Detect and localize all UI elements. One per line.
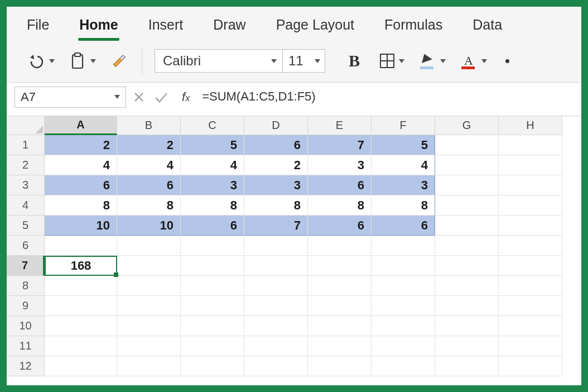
cell-G3[interactable] [435,175,499,195]
cell-D4[interactable]: 8 [244,195,308,216]
row-header-6[interactable]: 6 [7,236,45,256]
col-header-E[interactable]: E [308,116,372,135]
cell-A8[interactable] [45,276,117,296]
cell-C3[interactable]: 3 [181,175,244,195]
row-header-9[interactable]: 9 [7,296,45,316]
cell-C12[interactable] [181,356,244,376]
font-name-select[interactable]: Calibri [155,49,283,73]
cell-F7[interactable] [372,256,435,276]
row-header-1[interactable]: 1 [7,135,45,155]
cell-F1[interactable]: 5 [372,135,435,155]
cell-G9[interactable] [435,296,499,316]
bold-button[interactable]: B [346,49,362,73]
cell-F6[interactable] [372,236,435,256]
cell-F2[interactable]: 4 [372,155,435,175]
fx-icon[interactable]: fx [182,90,190,104]
tab-data[interactable]: Data [471,15,503,35]
col-header-C[interactable]: C [181,116,244,135]
cell-H5[interactable] [499,216,562,236]
cell-F10[interactable] [372,316,435,336]
cell-A7[interactable]: 168 [45,256,117,276]
cell-H4[interactable] [499,195,562,216]
more-icon[interactable]: • [499,52,510,70]
cell-D5[interactable]: 7 [244,216,308,236]
row-header-2[interactable]: 2 [7,155,45,175]
cell-A12[interactable] [45,356,117,376]
format-painter-button[interactable] [108,50,129,71]
cell-B7[interactable] [117,256,181,276]
cell-H11[interactable] [499,336,562,356]
row-header-5[interactable]: 5 [7,216,45,236]
cell-D6[interactable] [244,236,308,256]
col-header-D[interactable]: D [244,116,308,135]
cell-F11[interactable] [372,336,435,356]
cell-A10[interactable] [45,316,117,336]
cell-G11[interactable] [435,336,499,356]
tab-insert[interactable]: Insert [147,15,185,35]
cell-E8[interactable] [308,276,372,296]
row-header-3[interactable]: 3 [7,175,45,195]
row-header-8[interactable]: 8 [7,276,45,296]
cell-C9[interactable] [181,296,244,316]
cell-C4[interactable]: 8 [181,195,244,216]
cell-B2[interactable]: 4 [117,155,181,175]
cell-H6[interactable] [499,236,562,256]
cell-B8[interactable] [117,276,181,296]
tab-file[interactable]: File [26,15,50,35]
cell-F9[interactable] [372,296,435,316]
row-header-10[interactable]: 10 [7,316,45,336]
cell-E10[interactable] [308,316,372,336]
cell-E1[interactable]: 7 [308,135,372,155]
cell-B12[interactable] [117,356,181,376]
cell-C2[interactable]: 4 [181,155,244,175]
cell-A9[interactable] [45,296,117,316]
cell-B4[interactable]: 8 [117,195,181,216]
cell-F12[interactable] [372,356,435,376]
cell-B6[interactable] [117,236,181,256]
cell-F5[interactable]: 6 [372,216,435,236]
cell-A3[interactable]: 6 [45,175,117,195]
cell-E7[interactable] [308,256,372,276]
cell-A1[interactable]: 2 [45,135,117,155]
col-header-G[interactable]: G [435,116,499,135]
tab-page-layout[interactable]: Page Layout [275,15,355,35]
cell-B3[interactable]: 6 [117,175,181,195]
cell-E3[interactable]: 6 [308,175,372,195]
cell-A2[interactable]: 4 [45,155,117,175]
cell-D12[interactable] [244,356,308,376]
borders-button[interactable] [378,51,407,70]
name-box[interactable]: A7 [15,87,126,108]
cell-H2[interactable] [499,155,562,175]
row-header-12[interactable]: 12 [7,356,45,376]
cell-A11[interactable] [45,336,117,356]
cell-H9[interactable] [499,296,562,316]
cell-H1[interactable] [499,135,562,155]
cell-C11[interactable] [181,336,244,356]
cell-G10[interactable] [435,316,499,336]
cell-C7[interactable] [181,256,244,276]
cell-E12[interactable] [308,356,372,376]
cell-G12[interactable] [435,356,499,376]
tab-home[interactable]: Home [78,15,119,35]
fill-color-button[interactable] [417,50,448,71]
cell-H8[interactable] [499,276,562,296]
cell-A5[interactable]: 10 [45,216,117,236]
cell-D1[interactable]: 6 [244,135,308,155]
row-header-11[interactable]: 11 [7,336,45,356]
cell-D7[interactable] [244,256,308,276]
undo-button[interactable] [26,50,57,71]
select-all-corner[interactable] [7,116,45,135]
tab-draw[interactable]: Draw [212,15,247,35]
col-header-B[interactable]: B [117,116,181,135]
col-header-A[interactable]: A [45,116,117,135]
cell-E11[interactable] [308,336,372,356]
font-color-button[interactable]: A [458,50,489,71]
formula-input[interactable]: =SUM(A1:C5,D1:F5) [200,86,576,108]
cell-B1[interactable]: 2 [117,135,181,155]
cell-F4[interactable]: 8 [372,195,435,216]
row-header-4[interactable]: 4 [7,195,45,216]
cell-D10[interactable] [244,316,308,336]
cell-C5[interactable]: 6 [181,216,244,236]
cell-G1[interactable] [435,135,499,155]
font-size-select[interactable]: 11 [283,49,325,73]
